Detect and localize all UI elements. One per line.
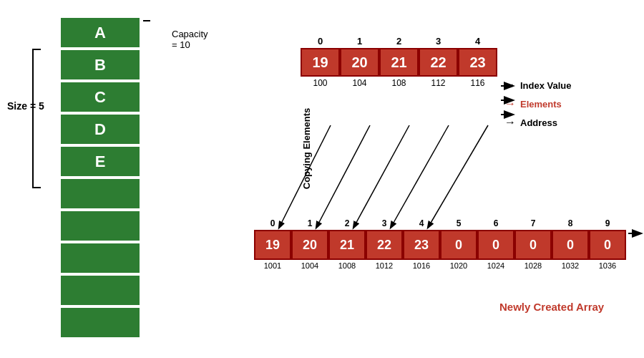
top-value-cell: 22 bbox=[419, 48, 458, 77]
legend-elements-label: Elements bbox=[520, 99, 562, 110]
top-addr-cell: 104 bbox=[340, 78, 379, 88]
bottom-value-cell: 0 bbox=[589, 230, 626, 260]
legend-index-arrow: → bbox=[504, 79, 516, 92]
bottom-index-cell: 0 bbox=[254, 218, 291, 228]
bottom-value-cell: 19 bbox=[254, 230, 291, 260]
bottom-array-section: 0123456789 192021222300000 1001100410081… bbox=[254, 218, 626, 270]
bottom-value-cell: 0 bbox=[552, 230, 589, 260]
bottom-index-cell: 4 bbox=[403, 218, 440, 228]
bottom-addr-cell: 1024 bbox=[477, 261, 514, 270]
left-array-cell bbox=[59, 242, 141, 274]
top-addr-cell: 116 bbox=[458, 78, 497, 88]
copying-elements-label: Copying Elements bbox=[301, 108, 312, 189]
left-array-cell bbox=[59, 210, 141, 242]
bottom-array-cells: 192021222300000 bbox=[254, 230, 626, 260]
top-value-cell: 23 bbox=[458, 48, 497, 77]
top-index-cell: 4 bbox=[458, 36, 497, 47]
bottom-index-cell: 6 bbox=[477, 218, 514, 228]
top-addr-cell: 108 bbox=[379, 78, 419, 88]
top-index-cell: 1 bbox=[340, 36, 379, 47]
legend-address: → Address bbox=[504, 116, 572, 129]
newly-created-label: Newly Created Array bbox=[499, 301, 604, 313]
legend-address-arrow: → bbox=[504, 116, 516, 129]
bottom-index-cell: 3 bbox=[366, 218, 403, 228]
top-value-cell: 21 bbox=[379, 48, 419, 77]
bottom-index-row: 0123456789 bbox=[254, 218, 626, 228]
left-array-cell: D bbox=[59, 113, 141, 145]
svg-line-2 bbox=[316, 125, 370, 228]
top-addr-cell: 112 bbox=[419, 78, 458, 88]
top-value-cell: 20 bbox=[340, 48, 379, 77]
bottom-index-cell: 5 bbox=[440, 218, 477, 228]
left-array-cell: C bbox=[59, 81, 141, 113]
bottom-addr-row: 1001100410081012101610201024102810321036 bbox=[254, 261, 626, 270]
top-array-section: 01234 1920212223 100104108112116 bbox=[272, 36, 497, 88]
bottom-index-cell: 8 bbox=[552, 218, 589, 228]
bottom-value-cell: 21 bbox=[328, 230, 366, 260]
bottom-value-cell: 0 bbox=[477, 230, 514, 260]
legend-elements: → Elements bbox=[504, 97, 572, 110]
bottom-index-cell: 9 bbox=[589, 218, 626, 228]
bottom-index-cell: 7 bbox=[514, 218, 552, 228]
left-array-cell bbox=[59, 306, 141, 339]
capacity-label: Capacity = 10 bbox=[172, 29, 208, 50]
legend-index-label: Index Value bbox=[520, 80, 572, 91]
svg-line-5 bbox=[428, 125, 488, 228]
bottom-addr-cell: 1016 bbox=[403, 261, 440, 270]
bottom-value-cell: 20 bbox=[291, 230, 328, 260]
left-array-cell: B bbox=[59, 49, 141, 81]
top-index-cell: 0 bbox=[301, 36, 340, 47]
size-bracket bbox=[32, 49, 41, 188]
bottom-addr-cell: 1032 bbox=[552, 261, 589, 270]
left-array: ABCDE bbox=[57, 14, 143, 341]
bottom-addr-cell: 1012 bbox=[366, 261, 403, 270]
bottom-addr-cell: 1008 bbox=[328, 261, 366, 270]
size-label: Size = 5 bbox=[7, 100, 44, 112]
bottom-value-cell: 0 bbox=[440, 230, 477, 260]
left-array-section: Size = 5 ABCDE Capacity = 10 bbox=[43, 14, 143, 341]
left-array-cell: E bbox=[59, 145, 141, 178]
top-index-cell: 3 bbox=[419, 36, 458, 47]
left-array-cell: A bbox=[59, 16, 141, 49]
top-index-cell: 2 bbox=[379, 36, 419, 47]
bottom-value-cell: 0 bbox=[514, 230, 552, 260]
top-value-cell: 19 bbox=[301, 48, 340, 77]
svg-line-3 bbox=[353, 125, 409, 228]
svg-line-4 bbox=[391, 125, 449, 228]
legend-index: → Index Value bbox=[504, 79, 572, 92]
bottom-value-cell: 22 bbox=[366, 230, 403, 260]
legend-address-label: Address bbox=[520, 117, 557, 128]
bottom-index-cell: 1 bbox=[291, 218, 328, 228]
top-index-row: 01234 bbox=[301, 36, 497, 47]
legend-section: → Index Value → Elements → Address bbox=[504, 79, 572, 135]
bottom-addr-cell: 1036 bbox=[589, 261, 626, 270]
top-addr-row: 100104108112116 bbox=[301, 78, 497, 88]
top-addr-cell: 100 bbox=[301, 78, 340, 88]
bottom-addr-cell: 1001 bbox=[254, 261, 291, 270]
top-array-cells: 1920212223 bbox=[301, 48, 497, 77]
bottom-index-cell: 2 bbox=[328, 218, 366, 228]
bottom-addr-cell: 1020 bbox=[440, 261, 477, 270]
bottom-value-cell: 23 bbox=[403, 230, 440, 260]
left-array-cell bbox=[59, 274, 141, 306]
legend-elements-arrow: → bbox=[504, 97, 516, 110]
bottom-addr-cell: 1028 bbox=[514, 261, 552, 270]
left-array-cell bbox=[59, 178, 141, 210]
bottom-addr-cell: 1004 bbox=[291, 261, 328, 270]
